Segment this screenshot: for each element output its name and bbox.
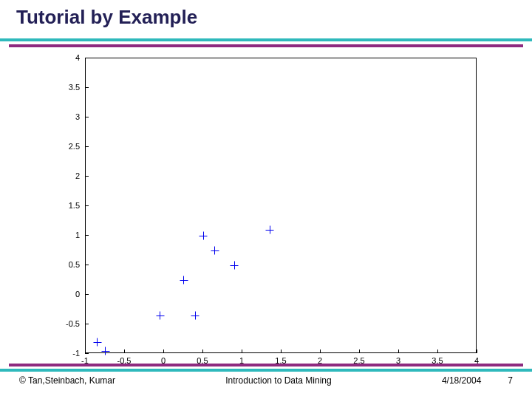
footer-page: 7 (508, 375, 513, 386)
divider-cyan-top (0, 38, 532, 41)
divider-purple-bottom (9, 364, 523, 366)
y-tick-label: 1.5 (44, 201, 80, 210)
data-point (266, 226, 274, 234)
data-point (156, 312, 164, 320)
y-tick-mark (85, 205, 89, 206)
y-tick-label: 2.5 (44, 142, 80, 151)
x-tick-mark (320, 349, 321, 353)
data-point (191, 312, 200, 320)
y-tick-mark (85, 176, 89, 177)
y-tick-mark (85, 265, 89, 265)
y-tick-mark (85, 353, 89, 354)
x-tick-mark (398, 349, 399, 353)
data-point (93, 338, 101, 347)
y-tick-label: 4 (44, 53, 80, 62)
y-tick-label: -1 (44, 349, 80, 358)
x-tick-mark (242, 349, 242, 353)
y-tick-label: 0.5 (44, 260, 80, 269)
footer-author: © Tan,Steinbach, Kumar (19, 375, 115, 386)
y-tick-label: 3.5 (44, 83, 80, 92)
slide-footer: © Tan,Steinbach, Kumar Introduction to D… (19, 375, 513, 386)
y-tick-label: 2 (44, 171, 80, 180)
x-tick-mark (124, 349, 125, 353)
footer-title: Introduction to Data Mining (115, 375, 442, 386)
x-tick-mark (202, 349, 203, 353)
y-tick-mark (85, 294, 89, 295)
plot-box (85, 58, 477, 353)
y-tick-mark (85, 324, 89, 324)
y-tick-label: 1 (44, 231, 80, 239)
data-point (200, 232, 208, 240)
divider-cyan-bottom (0, 369, 532, 372)
scatter-chart: -1-0.500.511.522.533.54 -1-0.500.511.522… (44, 52, 488, 369)
x-tick-mark (359, 349, 360, 353)
footer-date: 4/18/2004 (442, 375, 481, 386)
data-point (231, 262, 239, 270)
data-point (180, 276, 188, 284)
data-point (211, 247, 219, 255)
y-tick-label: 3 (44, 112, 80, 121)
x-tick-mark (281, 349, 282, 353)
y-tick-label: 0 (44, 290, 80, 299)
y-tick-mark (85, 235, 89, 236)
y-tick-label: -0.5 (44, 319, 80, 328)
y-tick-mark (85, 87, 89, 88)
x-tick-mark (437, 349, 438, 353)
divider-purple-top (9, 44, 523, 47)
x-tick-mark (477, 349, 477, 353)
slide-title: Tutorial by Example (16, 6, 197, 29)
data-point (101, 347, 109, 355)
x-tick-mark (163, 349, 164, 353)
y-tick-mark (85, 117, 89, 117)
y-tick-mark (85, 146, 89, 147)
y-tick-mark (85, 58, 89, 58)
x-tick-mark (85, 349, 86, 353)
